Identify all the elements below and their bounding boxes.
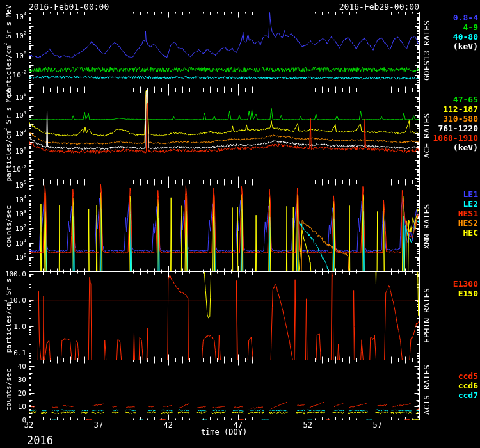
plot-start-time: 2016-Feb01-00:00 — [29, 2, 109, 12]
y-tick-label: 100 — [0, 147, 26, 156]
legend-entry: E150 — [426, 289, 478, 298]
y-tick-label: 100 — [0, 51, 26, 60]
legend-xmm: LE1LE2HES1HES2HEC — [426, 189, 478, 237]
legend-entry: HES1 — [426, 209, 478, 218]
legend-entry: 1060-1910 — [426, 133, 478, 143]
legend-ephin: E1300E150 — [426, 279, 478, 298]
legend-entry: LE2 — [426, 199, 478, 209]
y-tick-label: 40 — [0, 362, 26, 371]
y-axis-label-ephin: particles/cm2 Sr s — [4, 278, 13, 353]
y-tick-label: 104 — [0, 111, 26, 120]
legend-entry: 4-9 — [426, 22, 478, 32]
legend-entry: ccd5 — [426, 371, 478, 381]
y-tick-label: 105 — [0, 180, 26, 189]
y-tick-label: 10-2 — [0, 70, 26, 79]
y-tick-label: 104 — [0, 12, 26, 21]
y-tick-label: 10-2 — [0, 165, 26, 174]
x-tick-label: 57 — [372, 420, 381, 429]
legend-entry: (keV) — [426, 42, 478, 51]
y-tick-label: 102 — [0, 224, 26, 233]
legend-entry: (keV) — [426, 143, 478, 152]
y-tick-label: 20 — [0, 389, 26, 397]
y-tick-label: 0.1 — [0, 348, 26, 356]
plot-canvas — [0, 0, 480, 448]
y-tick-label: 30 — [0, 376, 26, 384]
x-axis-year: 2016 — [27, 434, 53, 447]
legend-entry: ccd7 — [426, 390, 478, 400]
x-tick-label: 32 — [24, 420, 33, 429]
legend-entry: E1300 — [426, 279, 478, 289]
radiation-environment-figure: 2016-Feb01-00:00 2016-Feb29-00:00 partic… — [0, 0, 480, 448]
legend-entry: 310-580 — [426, 114, 478, 124]
x-tick-label: 52 — [303, 420, 312, 429]
x-tick-label: 37 — [94, 420, 103, 429]
legend-ace: 47-65112-187310-580761-12201060-1910(keV… — [426, 95, 478, 152]
legend-entry: 112-187 — [426, 104, 478, 114]
legend-entry: HES2 — [426, 218, 478, 228]
legend-entry: 40-80 — [426, 32, 478, 42]
legend-entry: LE1 — [426, 189, 478, 199]
y-tick-label: 1.0 — [0, 322, 26, 330]
y-tick-label: 100.0 — [0, 269, 26, 278]
y-tick-label: 10.0 — [0, 296, 26, 304]
y-tick-label: 104 — [0, 195, 26, 204]
legend-entry: 47-65 — [426, 95, 478, 104]
y-tick-label: 102 — [0, 129, 26, 138]
y-tick-label: 101 — [0, 239, 26, 248]
legend-entry: 761-1220 — [426, 124, 478, 133]
y-tick-label: 103 — [0, 210, 26, 219]
plot-end-time: 2016-Feb29-00:00 — [339, 2, 419, 12]
y-tick-label: 102 — [0, 31, 26, 40]
legend-acis: ccd5ccd6ccd7 — [426, 371, 478, 400]
legend-goes: 0.8-44-940-80(keV) — [426, 13, 478, 51]
legend-entry: ccd6 — [426, 381, 478, 390]
y-tick-label: 10 — [0, 403, 26, 411]
x-axis-label: time (DOY) — [201, 428, 247, 436]
y-tick-label: 0 — [0, 416, 26, 424]
legend-entry: HEC — [426, 228, 478, 237]
x-tick-label: 42 — [164, 420, 173, 429]
legend-entry: 0.8-4 — [426, 13, 478, 22]
y-tick-label: 100 — [0, 253, 26, 262]
y-tick-label: 106 — [0, 93, 26, 102]
